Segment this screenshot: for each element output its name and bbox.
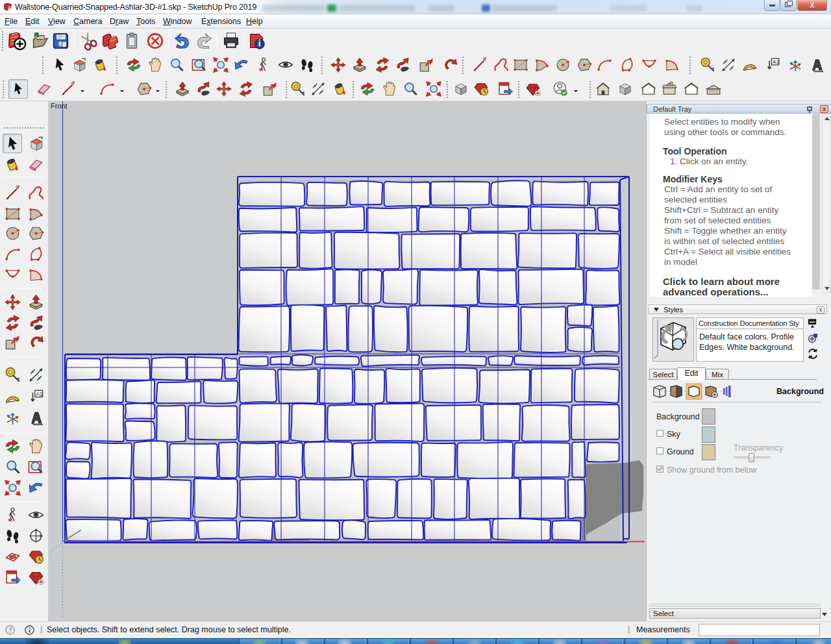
svg-text:Front: Front <box>51 102 68 110</box>
